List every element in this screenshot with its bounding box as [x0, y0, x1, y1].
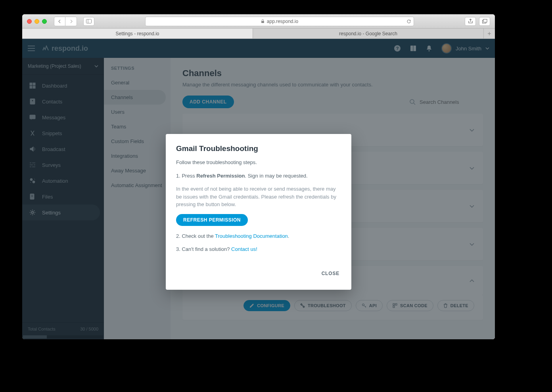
tabbar: Settings - respond.io respond.io - Googl…	[22, 29, 495, 39]
tabs-button[interactable]	[479, 17, 490, 26]
url-text: app.respond.io	[267, 19, 298, 24]
troubleshoot-docs-link[interactable]: Troubleshooting Documentation	[215, 233, 288, 239]
new-tab-button[interactable]: +	[484, 29, 495, 38]
sidebar-toggle-icon[interactable]	[83, 17, 94, 26]
maximize-window[interactable]	[42, 19, 47, 24]
window-controls	[27, 19, 47, 24]
lock-icon	[261, 19, 264, 23]
titlebar: app.respond.io	[22, 14, 495, 29]
svg-rect-2	[261, 21, 264, 23]
svg-rect-4	[483, 19, 487, 23]
svg-rect-0	[86, 19, 92, 23]
refresh-permission-button[interactable]: REFRESH PERMISSION	[176, 214, 248, 226]
forward-button[interactable]	[65, 17, 77, 26]
modal-step1: 1. Press Refresh Permission. Sign in may…	[176, 172, 341, 180]
tab-google-search[interactable]: respond.io - Google Search	[253, 29, 484, 38]
close-window[interactable]	[27, 19, 32, 24]
minimize-window[interactable]	[34, 19, 39, 24]
modal-intro: Follow these troubleshooting steps.	[176, 159, 341, 166]
modal-explanation: In the event of not being able to receiv…	[176, 185, 341, 208]
troubleshoot-modal: Gmail Troubleshooting Follow these troub…	[166, 134, 351, 290]
modal-overlay[interactable]: Gmail Troubleshooting Follow these troub…	[22, 39, 495, 339]
tab-settings-respond[interactable]: Settings - respond.io	[22, 29, 253, 38]
contact-us-link[interactable]: Contact us!	[231, 246, 257, 252]
modal-step2: 2. Check out the Troubleshooting Documen…	[176, 232, 341, 240]
browser-window: app.respond.io Settings - respond.io res…	[22, 14, 495, 339]
modal-step3: 3. Can't find a solution? Contact us!	[176, 245, 341, 253]
reload-icon[interactable]	[406, 19, 411, 24]
share-button[interactable]	[465, 17, 476, 26]
app: respond.io ? John Smith	[22, 39, 495, 339]
nav-arrows	[54, 17, 77, 26]
modal-title: Gmail Troubleshooting	[176, 144, 341, 153]
close-button[interactable]: CLOSE	[320, 268, 341, 279]
url-bar[interactable]: app.respond.io	[145, 17, 414, 26]
back-button[interactable]	[54, 17, 65, 26]
